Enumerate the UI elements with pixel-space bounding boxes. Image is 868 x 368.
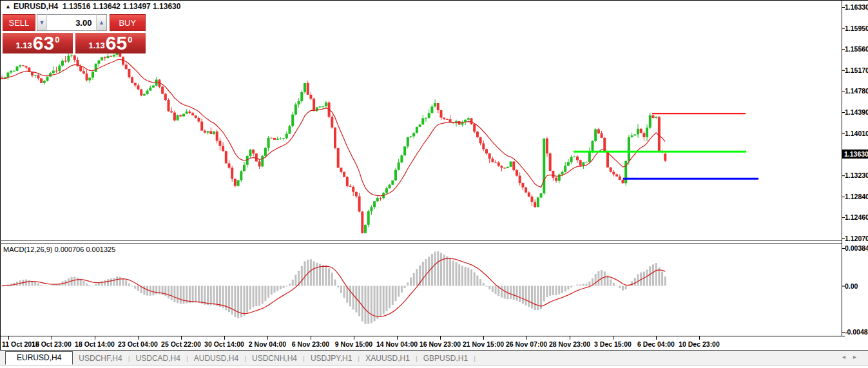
tab-usdjpy-h1[interactable]: USDJPY,H1 [311,354,352,363]
sell-pipette: 0 [55,35,59,44]
quote-ohlc: 1.13516 1.13642 1.13497 1.13630 [63,2,181,11]
price-tick-label: 1.15560 [845,45,868,53]
tab-audusd-h4[interactable]: AUDUSD,H4 [194,354,238,363]
tab-usdchf-h4[interactable]: USDCHF,H4 [79,354,122,363]
time-tick-label: 10 Dec 23:00 [673,340,725,348]
price-tick-label: 1.16330 [845,3,868,11]
quote-title: ▲EURUSD,H4 1.13516 1.13642 1.13497 1.136… [5,2,184,11]
volume-increase-button[interactable]: ▲ [97,14,106,31]
price-tick-label: 1.12840 [845,193,868,200]
tab-scroll-buttons: ◂▸ [842,353,864,360]
price-tick-label: 1.13230 [845,171,868,179]
tab-separator: | [358,354,360,362]
macd-tick-label: 0.003847 [845,244,868,252]
terminal-window: ▲EURUSD,H4 1.13516 1.13642 1.13497 1.136… [0,0,868,368]
buy-price-panel[interactable]: 1.13 65 0 [75,33,146,53]
price-tick-label: 1.15950 [845,24,868,32]
macd-pane [1,251,666,324]
buy-pips: 65 [106,34,127,53]
price-tick-label: 1.14390 [845,108,868,116]
one-click-trade-panel: SELL ▼ 3.00 ▲ BUY 1.13 63 0 1.13 65 0 [3,14,146,53]
tab-separator: | [474,354,476,362]
tab-separator: | [416,354,418,362]
macd-indicator-label: MACD(12,26,9) 0.000706 0.001325 [3,246,115,253]
sell-price-panel[interactable]: 1.13 63 0 [3,33,73,53]
price-tick-label: 1.12460 [845,213,868,221]
sell-pips: 63 [33,34,54,53]
tab-separator: | [186,354,188,362]
current-price-tag: 1.13630 [842,150,868,159]
sell-button[interactable]: SELL [3,14,35,31]
volume-decrease-button[interactable]: ▼ [37,14,46,31]
buy-pipette: 0 [128,35,132,44]
tab-xauusd-h1[interactable]: XAUUSD,H1 [365,354,410,363]
price-tick-label: 1.12070 [845,235,868,242]
tab-usdcnh-h4[interactable]: USDCNH,H4 [252,354,297,363]
price-tick-label: 1.14010 [845,130,868,137]
tab-scroll-right-button[interactable]: ▸ [853,353,864,360]
tab-separator: | [128,354,130,362]
price-pane [1,50,758,233]
buy-big-figure: 1.13 [89,41,105,50]
tab-gbpusd-h1[interactable]: GBPUSD,H1 [423,354,468,363]
tab-separator: | [303,354,305,362]
tab-list: EURUSD,H4USDCHF,H4|USDCAD,H4|AUDUSD,H4|U… [0,351,476,365]
chevron-up-icon: ▲ [99,19,104,26]
ma-line [2,59,665,196]
chevron-down-icon: ▼ [39,19,44,26]
tab-separator: | [244,354,246,362]
price-tick-label: 1.14780 [845,87,868,95]
tab-scroll-left-button[interactable]: ◂ [842,353,853,360]
macd-histogram [1,251,666,324]
chart-tab-bar: EURUSD,H4USDCHF,H4|USDCAD,H4|AUDUSD,H4|U… [0,351,868,366]
tab-eurusd-h4[interactable]: EURUSD,H4 [5,351,73,365]
macd-tick-label: 0.00 [845,282,858,290]
symbol-arrow-icon: ▲ [5,3,11,10]
macd-tick-label: -0.004856 [845,328,868,336]
tab-usdcad-h4[interactable]: USDCAD,H4 [136,354,180,363]
volume-input[interactable]: 3.00 [46,14,97,31]
quote-symbol: EURUSD,H4 [14,2,58,11]
buy-button[interactable]: BUY [110,14,146,31]
candles [1,50,666,233]
sell-big-figure: 1.13 [16,41,32,50]
chart-canvas[interactable] [0,0,868,368]
price-tick-label: 1.15170 [845,66,868,74]
